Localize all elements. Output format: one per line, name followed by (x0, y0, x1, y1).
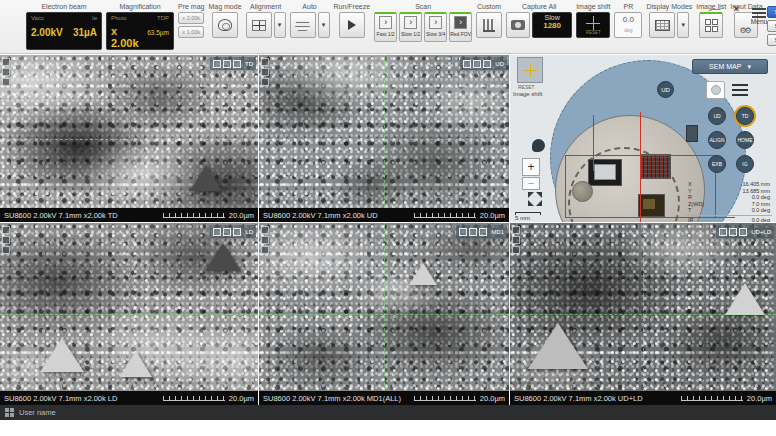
display-modes-dropdown-button[interactable]: ▾ (677, 12, 689, 38)
capture-icon[interactable] (459, 228, 467, 236)
magnification-readout[interactable]: Photo TDP x 2.00k 63.5µm (106, 12, 174, 50)
display-modes-label: Display Modes (646, 2, 692, 12)
viewport-toolbar[interactable]: UD+LD (716, 225, 774, 238)
map-zoom-out-button[interactable]: − (522, 177, 540, 190)
detector-td-button[interactable]: TD (736, 107, 754, 125)
mag-mode-button[interactable] (212, 12, 238, 38)
alignment-dropdown-button[interactable]: ▾ (274, 12, 286, 38)
settings-icon[interactable] (233, 60, 241, 68)
sem-application-window: Electron beam Vacc Ie 2.00kV 31µA Magnif… (0, 0, 776, 436)
expand-icon[interactable] (729, 228, 737, 236)
exb-button[interactable]: EXB (708, 155, 726, 173)
scan-fast-1-2-button[interactable]: › Fast 1/2 (374, 12, 397, 42)
coord-row-r: R0.0 deg (686, 194, 772, 201)
close-button[interactable]: ✕ (732, 4, 740, 14)
sem-viewport-md1[interactable]: MD1 SU8600 2.00kV 7.1mm x2.00k MD1(ALL) … (259, 223, 509, 405)
menu-button[interactable]: Menu (744, 8, 774, 25)
photo-icon (711, 85, 721, 95)
alignment-button[interactable] (246, 12, 272, 38)
capture-icon[interactable] (213, 228, 221, 236)
viewport-toolbar[interactable]: TD (210, 57, 256, 70)
run-freeze-button[interactable] (339, 12, 365, 38)
electron-beam-group: Electron beam Vacc Ie 2.00kV 31µA (26, 2, 102, 50)
align-button[interactable]: ALIGN (708, 131, 726, 149)
expand-icon[interactable] (223, 228, 231, 236)
holder-photo-button[interactable] (706, 81, 725, 99)
caption-text: SU8600 2.00kV 7.1mm x2.00k LD (4, 394, 159, 403)
viewport-side-tools[interactable] (261, 58, 269, 86)
minimize-button[interactable]: — (711, 4, 720, 14)
settings-icon[interactable] (479, 228, 487, 236)
capture-icon[interactable] (719, 228, 727, 236)
map-menu-icon[interactable] (732, 84, 748, 96)
capture-settings-readout[interactable]: Slow 1280 (532, 12, 572, 38)
fit-view-icon[interactable] (528, 192, 542, 206)
annotation-pin-icon[interactable] (532, 139, 545, 152)
scan-button-label: Red FOV (450, 31, 471, 37)
scale-ruler (681, 396, 743, 401)
crosshair-icon (252, 20, 266, 31)
menu-icon (752, 8, 766, 18)
coord-row-ir: IR0.0 deg (686, 215, 772, 222)
set3-button[interactable]: Set3 (767, 34, 776, 46)
settings-icon[interactable] (739, 228, 747, 236)
pyramid-crystal (528, 323, 588, 369)
chevron-down-icon: ▾ (322, 21, 326, 29)
viewport-side-tools[interactable] (512, 226, 520, 254)
scale-bar-label: 5 mm (515, 215, 530, 221)
sem-viewport-ud[interactable]: UD SU8600 2.00kV 7.1mm x2.00k UD 20.0µm (259, 55, 509, 222)
image-caption-bar: SU8600 2.00kV 7.1mm x2.00k UD 20.0µm (259, 208, 509, 222)
image-list-button[interactable] (699, 12, 723, 38)
scan-slow-1-2-button[interactable]: › Slow 1/2 (399, 12, 422, 42)
auto-adjust-icon (295, 20, 310, 31)
auto-dropdown-button[interactable]: ▾ (318, 12, 330, 38)
image-shift-pad[interactable]: RESET (576, 12, 610, 38)
image-shift-reset-label[interactable]: RESET (518, 84, 535, 90)
scan-reduced-fov-button[interactable]: › Red FOV (449, 12, 472, 42)
electron-beam-label: Electron beam (41, 2, 86, 12)
scale-value: 20.0µm (480, 211, 505, 220)
viewport-side-tools[interactable] (2, 226, 10, 254)
home-position-button[interactable]: HOME (736, 131, 754, 149)
capture-all-button[interactable] (506, 12, 530, 38)
settings-icon[interactable] (483, 60, 491, 68)
detector-ud-button[interactable]: UD (708, 107, 726, 125)
scan-button-label: Fast 1/2 (377, 31, 395, 37)
sem-viewport-udld[interactable]: UD+LD SU8600 2.00kV 7.1mm x2.00k UD+LD 2… (510, 223, 776, 405)
coord-row-t: T0.0 deg (686, 207, 772, 214)
capture-all-group: Capture All Slow 1280 (506, 2, 572, 38)
expand-icon[interactable] (469, 228, 477, 236)
apps-grid-icon[interactable] (5, 408, 14, 417)
capture-icon[interactable] (213, 60, 221, 68)
viewport-toolbar[interactable]: LD (210, 225, 256, 238)
image-shift-pad[interactable] (517, 57, 543, 83)
custom-button[interactable] (476, 12, 502, 38)
expand-icon[interactable] (223, 60, 231, 68)
scan-label: Scan (415, 2, 431, 12)
display-modes-button[interactable] (649, 12, 675, 38)
sem-viewport-ld[interactable]: LD SU8600 2.00kV 7.1mm x2.00k LD 20.0µm (0, 223, 258, 405)
vacc-label: Vacc (31, 15, 44, 21)
viewport-toolbar[interactable]: UD (460, 57, 507, 70)
pre-mag-preset1-button[interactable]: x 2.00k (178, 12, 204, 24)
electron-beam-readout[interactable]: Vacc Ie 2.00kV 31µA (26, 12, 102, 50)
viewport-side-tools[interactable] (261, 226, 269, 254)
mag-submode-value: TDP (157, 15, 169, 21)
settings-icon[interactable] (233, 228, 241, 236)
ig-button[interactable]: IG (736, 155, 754, 173)
sem-map-dropdown[interactable]: SEM MAP ▾ (692, 59, 768, 74)
auto-button[interactable] (290, 12, 316, 38)
scale-ruler (163, 213, 225, 218)
sem-viewport-td[interactable]: TD SU8600 2.00kV 7.1mm x2.00k TD 20.0µm (0, 55, 258, 222)
pyramid-crystal (725, 283, 765, 315)
map-zoom-in-button[interactable]: + (522, 158, 540, 176)
expand-icon[interactable] (473, 60, 481, 68)
sem-map-label: SEM MAP (709, 63, 741, 70)
pr-value-field[interactable]: 0.0 deg (614, 12, 642, 38)
capture-icon[interactable] (463, 60, 471, 68)
pre-mag-preset2-button[interactable]: x 1.00k (178, 26, 204, 38)
viewport-toolbar[interactable]: MD1 (456, 225, 507, 238)
image-caption-bar: SU8600 2.00kV 7.1mm x2.00k UD+LD 20.0µm (510, 391, 776, 405)
scan-slow-3-4-button[interactable]: › Slow 3/4 (424, 12, 447, 42)
viewport-side-tools[interactable] (2, 58, 10, 86)
